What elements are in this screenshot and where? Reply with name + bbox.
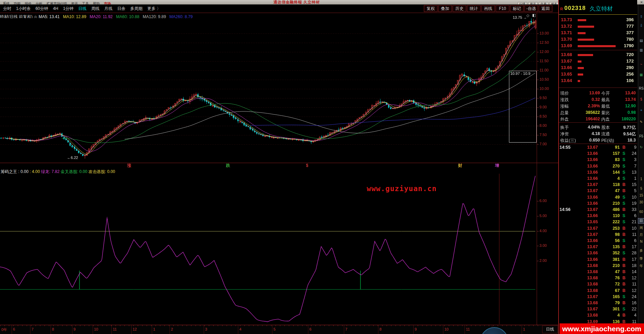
strip-period-60[interactable]: 60 xyxy=(638,210,644,214)
info-label: 量比 xyxy=(601,110,610,116)
period-tab-8[interactable]: 日余 xyxy=(115,4,128,13)
tool-button-5[interactable]: F10 xyxy=(496,5,509,12)
order-book-row[interactable]: 13.68720 xyxy=(559,52,637,58)
tick-count: 12 xyxy=(628,288,636,293)
strip-icon-4[interactable]: ~ xyxy=(638,63,644,66)
month-label: 11 xyxy=(466,327,470,331)
ma-label-1: MA10: 12.89 xyxy=(63,14,86,18)
period-tab-7[interactable]: 月线 xyxy=(102,4,115,13)
order-book-row[interactable]: 13.72777 xyxy=(559,24,637,30)
indicator-canvas[interactable] xyxy=(0,174,537,324)
tick-price: 13.66 xyxy=(573,251,598,255)
strip-period-1[interactable]: 1 xyxy=(638,177,644,181)
ma-values: MA5: 13.41MA10: 12.89MA20: 11.92MA60: 10… xyxy=(39,13,196,18)
tick-price: 13.67 xyxy=(573,188,598,193)
order-book-row[interactable]: 13.691790 xyxy=(559,43,637,50)
period-low-annotation: ←6.22 xyxy=(67,156,78,160)
tick-count: 24 xyxy=(628,151,636,156)
strip-period-多[interactable]: 多 xyxy=(638,248,644,253)
period-tab-10[interactable]: 更多 〉 xyxy=(145,4,163,13)
plot-right-border xyxy=(537,13,537,325)
month-label: 7 xyxy=(31,327,33,331)
strip-icon-11[interactable]: ↻ xyxy=(638,145,644,149)
tool-button-4[interactable]: 画线 xyxy=(481,5,495,12)
strip-icon-5[interactable]: ▦ xyxy=(638,73,644,77)
tool-button-7[interactable]: -自选 xyxy=(524,5,538,12)
order-book-row[interactable]: 13.71377 xyxy=(559,30,637,37)
tick-row: 13.684B4 xyxy=(559,313,637,319)
strip-period-15[interactable]: 15 xyxy=(638,193,644,197)
price-tick: 8.00 xyxy=(539,123,556,128)
strip-period-周[interactable]: 周 xyxy=(638,226,644,230)
strip-period-N[interactable]: N xyxy=(638,240,644,243)
main-chart-canvas[interactable] xyxy=(0,18,537,163)
tick-row: 13.67135B17 xyxy=(559,244,637,251)
strip-period-年[interactable]: 年 xyxy=(638,264,644,268)
period-tab-1[interactable]: 1小时余 xyxy=(14,4,33,13)
strip-period-季[interactable]: 季 xyxy=(638,256,644,261)
tool-button-6[interactable]: 标记 xyxy=(510,5,524,12)
info-label: 净资 xyxy=(560,131,569,137)
ma-label-0: MA5: 13.41 xyxy=(39,14,59,18)
tool-button-2[interactable]: 历史 xyxy=(453,5,466,12)
indicator-value-1: : 4.00 xyxy=(28,169,40,174)
order-book-row[interactable]: 13.66290 xyxy=(559,65,637,71)
info-label: 现价 xyxy=(560,91,569,96)
volume-bar xyxy=(578,19,586,21)
tick-direction: S xyxy=(622,238,625,243)
panel-toggle-icon[interactable]: ◧ xyxy=(532,13,536,17)
period-tab-4[interactable]: 1分钟 xyxy=(61,4,76,13)
strip-icon-6[interactable]: RS xyxy=(638,86,644,90)
volume-bar xyxy=(578,74,583,76)
chart-title-label: 特材(日线 前复权) xyxy=(0,14,32,18)
time-axis: 0年 67891011121234567891011121 xyxy=(0,325,558,334)
tick-price: 13.66 xyxy=(573,176,598,181)
tick-price: 13.68 xyxy=(573,288,598,293)
period-tab-9[interactable]: 多周期 xyxy=(128,4,145,13)
order-book-row[interactable]: 13.64106 xyxy=(559,78,637,84)
strip-period-月[interactable]: 月 xyxy=(638,232,644,237)
strip-icon-1[interactable]: ⇩ xyxy=(638,24,644,27)
tool-button-3[interactable]: 统计 xyxy=(467,5,481,12)
strip-icon-2[interactable]: ▤ xyxy=(638,39,644,42)
period-tab-6[interactable]: 周线 xyxy=(89,4,102,13)
order-book-row[interactable]: 13.70780 xyxy=(559,37,637,43)
close-icon[interactable]: ✕ xyxy=(640,0,643,4)
strip-icon-7[interactable]: $ xyxy=(638,97,644,101)
order-book-row[interactable]: 13.65256 xyxy=(559,71,637,78)
period-tab-2[interactable]: 60分钟 xyxy=(33,4,51,13)
tick-volume: 135 xyxy=(599,244,620,249)
strip-period-日[interactable]: 日 xyxy=(638,218,644,223)
tick-row: 13.68210B18 xyxy=(559,263,637,269)
price-tick: 10.50 xyxy=(539,77,556,81)
period-tab-3[interactable]: 4H xyxy=(51,4,61,13)
divider-tag: 增 xyxy=(495,163,499,168)
order-book-row[interactable]: 13.67172 xyxy=(559,58,637,65)
tick-row: 13.6683S3 xyxy=(559,157,637,163)
info-row: 净资4.18流通9.54亿 xyxy=(559,131,637,138)
period-tab-5[interactable]: 日线 xyxy=(76,4,89,13)
strip-period-30[interactable]: 30 xyxy=(638,200,644,204)
tick-direction: B xyxy=(622,300,626,305)
order-book-row[interactable]: 13.73396 xyxy=(559,17,637,24)
strip-icon-9[interactable]: ✎ xyxy=(638,120,644,124)
strip-icon-0[interactable]: ⇧ xyxy=(638,15,644,18)
margin-flag: R xyxy=(560,7,563,11)
tick-volume: 79 xyxy=(599,300,620,305)
tick-price: 13.66 xyxy=(573,201,598,206)
period-tab-0[interactable]: 分时 xyxy=(1,4,14,13)
current-period-button[interactable]: 日线 xyxy=(542,325,558,333)
strip-icon-8[interactable]: + xyxy=(638,108,644,112)
tool-button-1[interactable]: 叠加 xyxy=(438,5,452,12)
chart-tool-buttons: 复权叠加历史统计画线F10标记-自选返回 xyxy=(424,5,553,12)
strip-period-5[interactable]: 5 xyxy=(638,187,644,190)
tick-direction: B xyxy=(622,226,626,231)
tick-count: 6 xyxy=(628,238,636,243)
diamond-icon[interactable]: ◇ xyxy=(526,13,529,18)
tool-button-8[interactable]: 返回 xyxy=(539,5,552,12)
tool-button-0[interactable]: 复权 xyxy=(424,5,438,12)
strip-icon-3[interactable]: ▥ xyxy=(638,48,644,52)
tick-row: 13.6798B11 xyxy=(559,232,637,238)
ma-label-3: MA60: 10.88 xyxy=(116,14,139,18)
strip-icon-10[interactable]: F5 xyxy=(638,134,644,138)
